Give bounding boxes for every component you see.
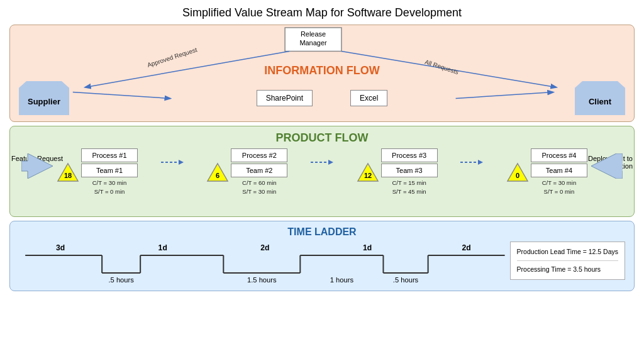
feature-request-arrow [21,153,53,181]
team-2-box: Team #2 [231,164,287,177]
svg-text:2d: 2d [260,243,269,252]
svg-marker-20 [478,160,483,165]
process-1-box: Process #1 [81,148,138,162]
svg-text:2d: 2d [462,243,471,252]
cycle-times-1: C/T = 30 min S/T = 0 min [92,179,126,197]
supplier-shape: Supplier [19,81,69,115]
svg-text:1d: 1d [158,243,167,252]
time-ladder-content: 3d 1d 2d 1d 2d [19,242,625,286]
svg-text:.5 hours: .5 hours [393,276,419,284]
process-column-3: Process #3 Team #3 C/T = 15 min S/T = 45… [381,148,438,197]
process-2-box: Process #2 [231,148,287,162]
svg-marker-16 [328,160,333,165]
svg-marker-23 [21,153,53,179]
process-column-2: Process #2 Team #2 C/T = 60 min S/T = 30… [231,148,287,197]
main-container: Release Manager Approved Request All Req… [9,25,635,355]
info-flow-label: INFORMATION FLOW [19,64,625,77]
sharepoint-box: SharePoint [257,90,313,106]
production-lead-time: Production Lead Time = 12.5 Days [517,246,618,258]
svg-text:12: 12 [364,172,372,179]
dashed-arrow-2 [311,148,333,170]
svg-text:.5 hours: .5 hours [108,276,134,284]
product-flow-label: PRODUCT FLOW [19,131,625,145]
product-flow-section: PRODUCT FLOW Feature Request Deployment … [9,126,635,217]
svg-marker-12 [179,160,184,165]
cycle-times-4: C/T = 30 min S/T = 0 min [542,179,576,197]
team-3-box: Team #3 [381,164,438,177]
page-title: Simplified Value Stream Map for Software… [182,6,462,19]
process-3-box: Process #3 [381,148,438,162]
time-ladder-label: TIME LADDER [19,226,625,238]
time-ladder-svg: 3d 1d 2d 1d 2d [19,242,505,286]
client-label: Client [589,97,611,106]
time-ladder-section: TIME LADDER 3d 1d 2d 1d 2d [9,221,635,291]
process-column-4: Process #4 Team #4 C/T = 30 min S/T = 0 … [531,148,587,197]
team-1-box: Team #1 [81,164,138,177]
svg-text:3d: 3d [56,243,65,252]
svg-text:18: 18 [64,172,72,179]
inventory-triangle-1: 18 [57,162,79,182]
inventory-triangle-4: 0 [506,162,529,182]
dashed-arrow-3 [460,148,483,170]
svg-text:1 hours: 1 hours [330,276,354,284]
inventory-triangle-3: 12 [357,162,379,182]
deployment-arrow [591,153,623,181]
process-column-1: Process #1 Team #1 C/T = 30 min S/T = 0 … [81,148,138,197]
processing-time: Processing Time = 3.5 hours [517,264,618,275]
inventory-triangle-2: 6 [206,162,229,182]
info-flow-inner: Supplier SharePoint Excel Client [19,81,625,115]
dashed-arrow-1 [161,148,184,170]
product-flow-inner: 18 Process #1 Team #1 C/T = 30 min S/T =… [19,148,625,197]
client-shape: Client [575,81,625,115]
cycle-times-2: C/T = 60 min S/T = 30 min [242,179,276,197]
cycle-times-3: C/T = 15 min S/T = 45 min [392,179,426,197]
svg-text:0: 0 [516,172,519,179]
team-4-box: Team #4 [531,164,587,177]
ladder-diagram: 3d 1d 2d 1d 2d [19,242,505,286]
svg-text:6: 6 [216,172,219,179]
svg-marker-24 [591,153,623,179]
info-flow-section: Release Manager Approved Request All Req… [9,25,635,122]
process-4-box: Process #4 [531,148,587,162]
excel-box: Excel [350,90,387,106]
svg-text:1d: 1d [363,243,372,252]
supplier-label: Supplier [28,97,60,106]
time-stats-box: Production Lead Time = 12.5 Days Process… [510,242,625,280]
svg-text:1.5 hours: 1.5 hours [247,276,277,284]
